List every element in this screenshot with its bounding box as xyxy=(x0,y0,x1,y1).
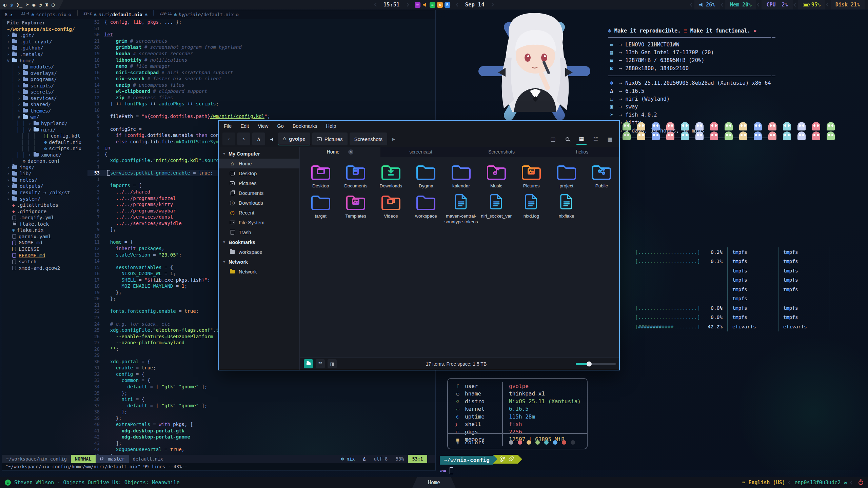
tree-item-result-nix-st[interactable]: ›result/ → /nix/st xyxy=(7,189,87,196)
tree-item--metals-[interactable]: ›.metals/ xyxy=(7,51,87,58)
tree-item-themes-[interactable]: │ ›themes/ xyxy=(7,108,87,114)
file-manager-window[interactable]: FileEditViewGoBookmarksHelp ‹›∧◂⌂gvolpeP… xyxy=(218,120,620,370)
code-line[interactable]: 35 }; xyxy=(87,390,435,396)
file-item-niri-socket-var[interactable]: niri_socket_var xyxy=(479,191,514,225)
code-line[interactable]: 19 kooha # screencast recorder xyxy=(87,50,435,57)
tree-item-default-nix[interactable]: │ │ │ ⚙default.nix xyxy=(7,139,87,145)
eclipse-icon[interactable]: ◐ xyxy=(3,0,6,9)
file-item-music[interactable]: Music xyxy=(479,161,514,189)
bluetooth-tray-icon[interactable]: B xyxy=(445,2,450,8)
tree-item-hyprland-[interactable]: │ │ ›hyprland/ xyxy=(7,120,87,127)
up-button[interactable]: ∧ xyxy=(252,133,265,145)
tree-item-overlays-[interactable]: │ ›overlays/ xyxy=(7,70,87,76)
file-item-project[interactable]: project xyxy=(549,161,584,189)
network-interface[interactable]: enp0s13f0u3u4c2 xyxy=(795,480,841,486)
back-button[interactable]: ‹ xyxy=(222,133,235,145)
code-line[interactable]: 41 xdg-desktop-portal-gtk xyxy=(87,428,435,434)
stat-disk[interactable]: Disk 21% xyxy=(831,0,865,9)
code-line[interactable]: 13 wl-clipboard # clipboard support xyxy=(87,88,435,95)
code-line[interactable]: 52{ config, lib, pkgs, ... }: xyxy=(87,19,435,25)
tree-item--git-crypt-[interactable]: ›.git-crypt/ xyxy=(7,39,87,45)
code-line[interactable]: 10 xyxy=(87,107,435,114)
buffer-tab-scripts.nix[interactable]: 33·4❄scripts.nix⚙ xyxy=(17,10,75,19)
keyboard-tray-icon[interactable]: ⌨ xyxy=(415,2,420,8)
terminal-icon[interactable]: ❯_ xyxy=(16,0,22,9)
tree-item-readme-md[interactable]: README.md xyxy=(7,252,87,259)
code-line[interactable]: 43 ]; xyxy=(87,440,435,447)
file-item-pictures[interactable]: Pictures xyxy=(514,161,549,189)
file-explorer-panel[interactable]: File Explorer~/workspace/nix-config/›.gi… xyxy=(2,19,87,455)
code-line[interactable]: 11 ] ++ fontPkgs ++ audioPkgs ++ scripts… xyxy=(87,101,435,107)
tree-item-shared-[interactable]: │ ›shared/ xyxy=(7,101,87,108)
forward-button[interactable]: › xyxy=(237,133,250,145)
code-line[interactable]: 12 zip # compress files xyxy=(87,95,435,101)
path-button-gvolpe[interactable]: ⌂gvolpe xyxy=(278,133,310,145)
tree-item-garnix-yaml[interactable]: garnix.yaml xyxy=(7,233,87,240)
tree-item-wm-[interactable]: │ ∨wm/ xyxy=(7,114,87,120)
tree-item-scripts-[interactable]: │ ›scripts/ xyxy=(7,82,87,89)
close-tab-icon[interactable]: ✕ xyxy=(348,149,353,155)
stat-memory[interactable]: Mem 20% xyxy=(725,0,756,9)
code-line[interactable]: 16 niri-scratchpad # niri scratchpad sup… xyxy=(87,69,435,76)
telegram-icon[interactable]: ➤ xyxy=(26,0,29,9)
sidebar-header-bookmarks[interactable]: ▼Bookmarks xyxy=(219,237,299,247)
code-line[interactable]: 45 }; xyxy=(87,453,435,455)
file-item-documents[interactable]: Documents xyxy=(338,161,374,189)
menu-bookmarks[interactable]: Bookmarks xyxy=(293,123,317,129)
buffer-tab-default.nix[interactable]: 29·2❄niri/default.nix❄ xyxy=(79,10,151,19)
tree-item-license[interactable]: LICENSE xyxy=(7,246,87,252)
clock[interactable]: 15:51 xyxy=(383,2,400,8)
tree-item-services-[interactable]: │ ›services/ xyxy=(7,95,87,102)
menu-go[interactable]: Go xyxy=(277,123,284,129)
file-item-workspace[interactable]: workspace xyxy=(409,191,444,225)
code-line[interactable]: 20 grimblast # screenshot program from h… xyxy=(87,44,435,50)
gauge-icon[interactable]: ◔ xyxy=(39,0,42,9)
sidebar-item-pictures[interactable]: Pictures xyxy=(219,178,299,188)
usb-tray-icon[interactable]: ⇅ xyxy=(437,2,443,8)
tower-icon[interactable]: ♜ xyxy=(45,0,48,9)
path-scroll-right-button[interactable]: ▸ xyxy=(389,133,398,145)
sidebar-item-trash[interactable]: Trash xyxy=(219,227,299,237)
spotify-tray-icon[interactable]: ≋ xyxy=(430,2,435,8)
tree-item-scripts-nix[interactable]: │ │ │ ⚙scripts.nix xyxy=(7,145,87,152)
tree-item-imgs-[interactable]: ›imgs/ xyxy=(7,164,87,171)
code-line[interactable]: 21 grim # screenshots xyxy=(87,38,435,44)
path-button-screenshots[interactable]: Screenshots xyxy=(350,133,387,145)
code-line[interactable]: 17 nemo # file manager xyxy=(87,63,435,69)
menu-file[interactable]: File xyxy=(224,123,232,129)
menu-edit[interactable]: Edit xyxy=(240,123,249,129)
tree-item--github-[interactable]: ›.github/ xyxy=(7,45,87,51)
icon-view-icon[interactable]: ▦ xyxy=(576,133,587,145)
code-line[interactable]: 14 unzip # uncompress files xyxy=(87,82,435,88)
path-button-pictures[interactable]: Pictures xyxy=(312,133,348,145)
code-line[interactable]: 39 }; xyxy=(87,415,435,421)
shell-prompt[interactable]: ~/w/nix-config »= xyxy=(440,455,522,474)
code-line[interactable]: 44 xdgOpenUsePortal = true; xyxy=(87,446,435,453)
sidebar-header-my-computer[interactable]: ▼My Computer xyxy=(219,149,299,159)
tree-item--gitignore[interactable]: ◆.gitignore xyxy=(7,208,87,215)
stat-volume[interactable]: 26% xyxy=(694,0,720,9)
sidebar-header-network[interactable]: ▼Network xyxy=(219,257,299,267)
tree-item-daemon-conf[interactable]: │ ⚙daemon.conf xyxy=(7,158,87,164)
code-line[interactable]: 18 libnotify # notifications xyxy=(87,57,435,63)
tree-item--gitattributes[interactable]: ◆.gitattributes xyxy=(7,202,87,208)
compact-view-icon[interactable]: ▩ xyxy=(604,133,616,145)
detail-view-icon[interactable]: ☱ xyxy=(590,133,601,145)
code-line[interactable]: 51 xyxy=(87,25,435,32)
circle-icon[interactable]: ◯ xyxy=(52,0,55,9)
now-playing[interactable]: Steven Wilson - Objects Outlive Us: Obje… xyxy=(14,480,180,486)
sidebar-item-file-system[interactable]: File System xyxy=(219,218,299,227)
volume-tray-icon[interactable] xyxy=(422,2,428,8)
tree-item-config-kdl[interactable]: │ │ │ config.kdl xyxy=(7,133,87,139)
places-panel-button[interactable] xyxy=(304,359,313,368)
tree-item-xmod-amd-qcow2[interactable]: xmod-amd.qcow2 xyxy=(7,265,87,271)
code-line[interactable]: 33 common = { xyxy=(87,377,435,384)
code-line[interactable]: 9 filePath = "${config.dotfiles.path}/wm… xyxy=(87,113,435,120)
sidebar-item-documents[interactable]: Documents xyxy=(219,188,299,198)
tree-item-flake-nix[interactable]: ❄flake.nix xyxy=(7,227,87,233)
sidebar-item-network[interactable]: Network xyxy=(219,267,299,277)
tree-item-system-[interactable]: ›system/ xyxy=(7,196,87,202)
file-item-downloads[interactable]: Downloads xyxy=(373,161,409,189)
file-item-dygma[interactable]: Dygma xyxy=(409,161,444,189)
file-item-videos[interactable]: Videos xyxy=(373,191,409,225)
